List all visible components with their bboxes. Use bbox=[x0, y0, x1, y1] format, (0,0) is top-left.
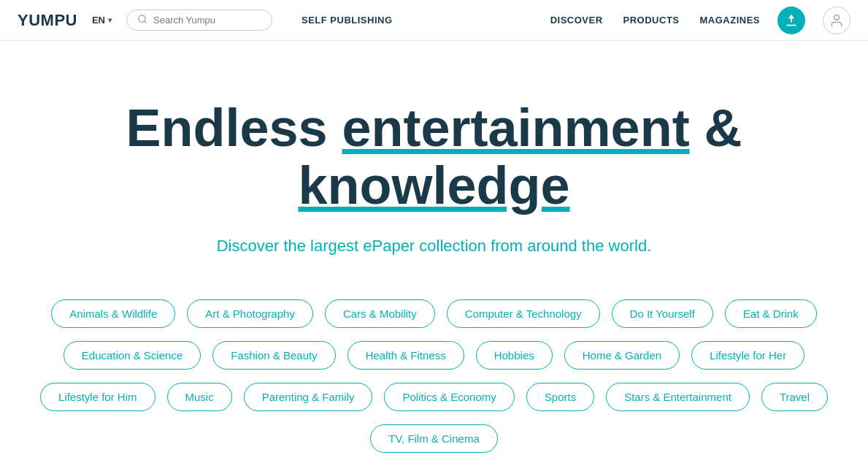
tags-row-3: TV, Film & Cinema bbox=[370, 424, 497, 453]
lang-label: EN bbox=[92, 15, 105, 26]
svg-point-2 bbox=[834, 15, 840, 20]
tag-item[interactable]: Art & Photography bbox=[187, 299, 313, 328]
hero-subtitle: Discover the largest ePaper collection f… bbox=[217, 237, 652, 256]
hero-title: Endless entertainment & knowledge bbox=[29, 99, 839, 215]
tag-item[interactable]: Fashion & Beauty bbox=[212, 341, 335, 370]
lang-selector[interactable]: EN ▾ bbox=[92, 15, 112, 26]
hero-entertainment-link[interactable]: entertainment bbox=[342, 99, 690, 157]
tags-row-1: Education & ScienceFashion & BeautyHealt… bbox=[64, 341, 804, 370]
tag-item[interactable]: Music bbox=[167, 383, 232, 411]
hero-knowledge-link[interactable]: knowledge bbox=[298, 156, 569, 215]
tag-item[interactable]: Home & Garden bbox=[564, 341, 680, 370]
tag-item[interactable]: TV, Film & Cinema bbox=[370, 424, 497, 453]
products-link[interactable]: PRODUCTS bbox=[623, 15, 680, 26]
tag-item[interactable]: Stars & Entertainment bbox=[606, 383, 750, 411]
tag-item[interactable]: Lifestyle for Her bbox=[691, 341, 804, 370]
tag-item[interactable]: Education & Science bbox=[64, 341, 201, 370]
tag-item[interactable]: Hobbies bbox=[476, 341, 553, 370]
nav-right: DISCOVER PRODUCTS MAGAZINES bbox=[550, 7, 850, 34]
user-avatar[interactable] bbox=[823, 7, 850, 34]
tag-item[interactable]: Lifestyle for Him bbox=[40, 383, 155, 411]
discover-link[interactable]: DISCOVER bbox=[550, 15, 603, 26]
nav-right-links: DISCOVER PRODUCTS MAGAZINES bbox=[550, 15, 760, 26]
tag-item[interactable]: Do It Yourself bbox=[612, 299, 713, 328]
self-publishing-link[interactable]: SELF PUBLISHING bbox=[302, 15, 393, 26]
magazines-link[interactable]: MAGAZINES bbox=[700, 15, 761, 26]
hero-title-mid: & bbox=[690, 99, 742, 157]
tag-item[interactable]: Travel bbox=[761, 383, 828, 411]
search-input[interactable] bbox=[153, 15, 261, 26]
tag-item[interactable]: Sports bbox=[526, 383, 594, 411]
nav-primary: SELF PUBLISHING bbox=[302, 15, 393, 26]
upload-button[interactable] bbox=[777, 7, 805, 34]
logo[interactable]: YUMPU bbox=[18, 11, 77, 30]
tags-row-0: Animals & WildlifeArt & PhotographyCars … bbox=[51, 299, 816, 328]
tag-item[interactable]: Eat & Drink bbox=[725, 299, 817, 328]
tags-row-2: Lifestyle for HimMusicParenting & Family… bbox=[40, 383, 828, 411]
tag-item[interactable]: Computer & Technology bbox=[447, 299, 600, 328]
tag-item[interactable]: Health & Fitness bbox=[347, 341, 464, 370]
tag-item[interactable]: Animals & Wildlife bbox=[51, 299, 175, 328]
tag-item[interactable]: Politics & Economy bbox=[384, 383, 514, 411]
search-icon bbox=[137, 14, 147, 26]
hero-title-prefix: Endless bbox=[126, 99, 342, 157]
tag-item[interactable]: Parenting & Family bbox=[244, 383, 373, 411]
chevron-down-icon: ▾ bbox=[108, 16, 112, 24]
svg-line-1 bbox=[145, 21, 147, 23]
tag-item[interactable]: Cars & Mobility bbox=[325, 299, 435, 328]
tags-container: Animals & WildlifeArt & PhotographyCars … bbox=[33, 299, 836, 453]
search-box[interactable] bbox=[126, 9, 272, 31]
